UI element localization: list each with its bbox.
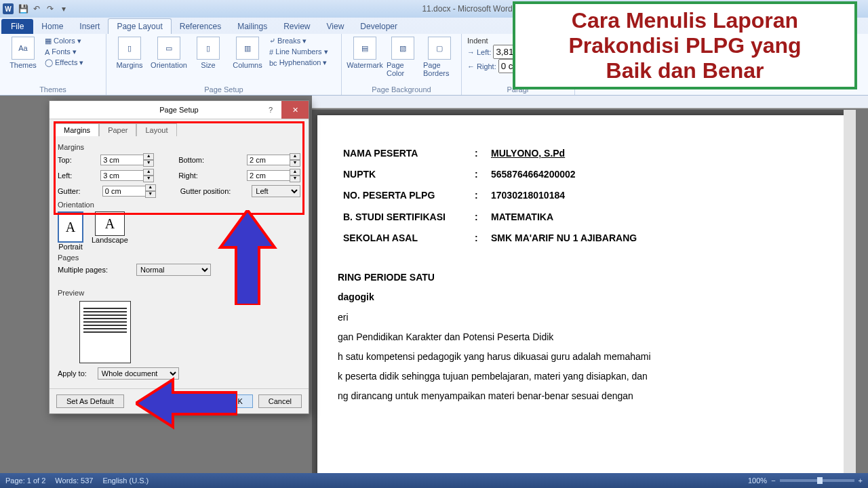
theme-colors[interactable]: ▦ Colors ▾ (45, 37, 83, 45)
margin-bottom-input[interactable] (247, 155, 290, 165)
dialog-tab-paper[interactable]: Paper (99, 123, 136, 136)
size-button[interactable]: ▯Size (191, 37, 226, 69)
watermark-button[interactable]: ▤Watermark (347, 37, 382, 69)
line-numbers-button[interactable]: # Line Numbers ▾ (269, 47, 328, 56)
margins-button[interactable]: ▯Margins (112, 37, 147, 69)
dialog-titlebar[interactable]: Page Setup ? ✕ (50, 101, 309, 119)
redo-icon[interactable]: ↷ (45, 3, 56, 14)
status-words[interactable]: Words: 537 (55, 476, 93, 485)
document-area: NAMA PESERTA:MULYONO, S.Pd NUPTK:5658764… (312, 110, 856, 473)
tab-mailings[interactable]: Mailings (229, 19, 275, 34)
cancel-button[interactable]: Cancel (258, 394, 302, 408)
gutter-input[interactable] (102, 186, 146, 197)
undo-icon[interactable]: ↶ (31, 3, 42, 14)
dialog-help-icon[interactable]: ? (262, 101, 279, 119)
overlay-title-box: Cara Menulis Laporan Prakondisi PLPG yan… (513, 1, 857, 89)
margins-icon: ▯ (118, 37, 141, 60)
close-icon[interactable]: ✕ (281, 101, 309, 119)
page-borders-icon: ▢ (428, 37, 451, 60)
orientation-icon: ▭ (157, 37, 180, 60)
watermark-icon: ▤ (353, 37, 376, 60)
save-icon[interactable]: 💾 (18, 3, 28, 14)
tab-file[interactable]: File (1, 19, 33, 34)
group-pagesetup-label: Page Setup (112, 85, 336, 94)
dialog-title: Page Setup (159, 106, 199, 114)
status-lang[interactable]: English (U.S.) (102, 476, 149, 485)
margin-right-input[interactable] (247, 170, 290, 181)
qat-more-icon[interactable]: ▾ (58, 3, 69, 14)
info-table: NAMA PESERTA:MULYONO, S.Pd NUPTK:5658764… (338, 142, 642, 249)
page-borders-button[interactable]: ▢Page Borders (423, 37, 456, 77)
set-default-button[interactable]: Set As Default (56, 394, 124, 408)
arrow-left-annotation (136, 376, 237, 430)
arrow-up-annotation (217, 210, 278, 305)
dialog-tab-layout[interactable]: Layout (136, 123, 176, 136)
orientation-button[interactable]: ▭Orientation (151, 37, 186, 69)
svg-marker-1 (136, 380, 237, 427)
hyphenation-button[interactable]: bc Hyphenation ▾ (269, 58, 328, 67)
tab-review[interactable]: Review (275, 19, 318, 34)
page-color-icon: ▧ (391, 37, 414, 60)
status-bar: Page: 1 of 2 Words: 537 English (U.S.) 1… (0, 473, 868, 488)
zoom-value[interactable]: 100% (748, 476, 767, 485)
zoom-slider[interactable] (780, 479, 854, 482)
themes-icon: Aa (12, 37, 35, 60)
theme-fonts[interactable]: A Fonts ▾ (45, 47, 83, 56)
vertical-scrollbar[interactable] (844, 110, 856, 473)
theme-effects[interactable]: ◯ Effects ▾ (45, 58, 83, 67)
gutter-position-select[interactable]: Left (252, 185, 300, 197)
columns-button[interactable]: ▥Columns (230, 37, 265, 69)
size-icon: ▯ (197, 37, 220, 60)
orientation-portrait[interactable]: APortrait (58, 211, 83, 251)
orientation-landscape[interactable]: ALandscape (92, 211, 128, 251)
status-page[interactable]: Page: 1 of 2 (5, 476, 45, 485)
columns-icon: ▥ (236, 37, 259, 60)
quick-access-toolbar: 💾 ↶ ↷ ▾ (18, 3, 69, 14)
margin-left-input[interactable] (100, 170, 144, 181)
doc-heading: RING PERIODE SATU (338, 269, 853, 286)
zoom-controls: 100% − + (748, 476, 863, 485)
margins-section-label: Margins (58, 143, 300, 151)
word-icon: W (3, 3, 14, 14)
tab-page-layout[interactable]: Page Layout (108, 18, 171, 34)
tab-home[interactable]: Home (33, 19, 71, 34)
svg-marker-0 (220, 210, 275, 305)
group-themes-label: Themes (5, 85, 100, 94)
page: NAMA PESERTA:MULYONO, S.Pd NUPTK:5658764… (317, 115, 856, 473)
multiple-pages-select[interactable]: Normal (136, 264, 211, 276)
ruler[interactable] (312, 96, 868, 108)
tab-view[interactable]: View (319, 19, 353, 34)
zoom-out-icon[interactable]: − (771, 476, 775, 485)
tab-references[interactable]: References (172, 19, 229, 34)
orientation-section-label: Orientation (58, 201, 300, 209)
page-color-button[interactable]: ▧Page Color (387, 37, 419, 77)
dialog-tab-margins[interactable]: Margins (55, 123, 99, 136)
group-pagebg-label: Page Background (347, 85, 456, 94)
themes-button[interactable]: AaThemes (5, 37, 41, 69)
zoom-in-icon[interactable]: + (859, 476, 863, 485)
tab-developer[interactable]: Developer (352, 19, 406, 34)
tab-insert[interactable]: Insert (71, 19, 108, 34)
margin-top-input[interactable] (100, 155, 144, 165)
breaks-button[interactable]: ⤶ Breaks ▾ (269, 37, 328, 45)
margin-preview (79, 301, 131, 363)
